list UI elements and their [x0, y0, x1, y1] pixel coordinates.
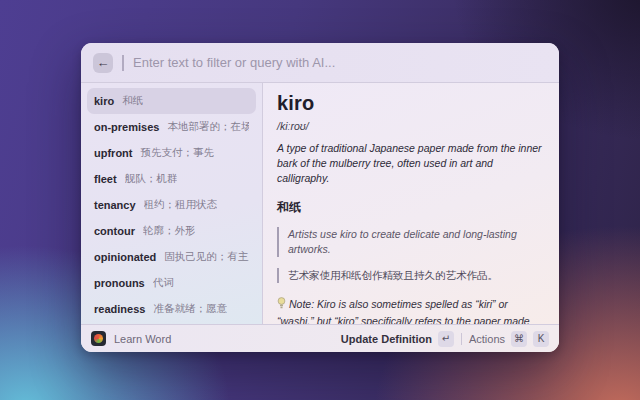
- footer-separator: [461, 333, 462, 345]
- example-sentence-zh: 艺术家使用和纸创作精致且持久的艺术作品。: [277, 268, 545, 283]
- list-item-translation: 预先支付；事先: [140, 146, 214, 160]
- translation-heading: 和纸: [277, 199, 545, 216]
- list-item[interactable]: contour 轮廓；外形: [87, 218, 256, 244]
- list-item-translation: 准备就绪；愿意: [153, 302, 227, 316]
- definition-text: A type of traditional Japanese paper mad…: [277, 141, 545, 187]
- back-arrow-icon: ←: [97, 55, 110, 70]
- list-item[interactable]: readiness 准备就绪；愿意: [87, 296, 256, 322]
- command-key-icon: ⌘: [511, 331, 527, 347]
- footer-actions: Update Definition ↵ Actions ⌘ K: [341, 331, 549, 347]
- word-title: kiro: [277, 92, 545, 115]
- desktop-wallpaper: ← kiro 和纸 on-premises 本地部署的；在场所内的 upfron…: [0, 0, 640, 400]
- list-item[interactable]: pronouns 代词: [87, 270, 256, 296]
- action-bar: Learn Word Update Definition ↵ Actions ⌘…: [81, 324, 559, 352]
- back-button[interactable]: ←: [93, 53, 113, 73]
- main-content: kiro 和纸 on-premises 本地部署的；在场所内的 upfront …: [81, 83, 559, 324]
- list-item-word: tenancy: [94, 199, 136, 211]
- example-sentence-en: Artists use kiro to create delicate and …: [277, 227, 545, 257]
- list-item-word: contour: [94, 225, 135, 237]
- footer-app: Learn Word: [91, 331, 171, 346]
- word-list: kiro 和纸 on-premises 本地部署的；在场所内的 upfront …: [81, 83, 263, 324]
- list-item-word: readiness: [94, 303, 145, 315]
- list-item-translation: 轮廓；外形: [143, 224, 196, 238]
- learn-word-window: ← kiro 和纸 on-premises 本地部署的；在场所内的 upfron…: [81, 43, 559, 352]
- list-item-word: on-premises: [94, 121, 159, 133]
- list-item-translation: 舰队；机群: [125, 172, 178, 186]
- definition-panel: kiro /kiːroʊ/ A type of traditional Japa…: [263, 83, 559, 324]
- list-item-word: upfront: [94, 147, 132, 159]
- search-input[interactable]: [133, 55, 547, 70]
- list-item[interactable]: on-premises 本地部署的；在场所内的: [87, 114, 256, 140]
- list-item-translation: 本地部署的；在场所内的: [167, 120, 249, 134]
- update-definition-button[interactable]: Update Definition ↵: [341, 331, 454, 347]
- lightbulb-icon: [277, 297, 286, 314]
- pronunciation: /kiːroʊ/: [277, 120, 545, 132]
- text-caret: [122, 55, 124, 71]
- note-text: Note: Kiro is also sometimes spelled as …: [277, 297, 545, 324]
- actions-label: Actions: [469, 333, 505, 345]
- list-item-translation: 租约；租用状态: [144, 198, 218, 212]
- list-item-translation: 固执己见的；有主见的: [164, 250, 249, 264]
- list-item-word: pronouns: [94, 277, 145, 289]
- learn-word-app-icon: [91, 331, 106, 346]
- note-label: Note: Kiro is also sometimes spelled as …: [277, 298, 530, 324]
- list-item-translation: 和纸: [122, 94, 143, 108]
- list-item[interactable]: opinionated 固执己见的；有主见的: [87, 244, 256, 270]
- update-definition-label: Update Definition: [341, 333, 432, 345]
- list-item-translation: 代词: [153, 276, 174, 290]
- actions-button[interactable]: Actions ⌘ K: [469, 331, 549, 347]
- list-item-word: kiro: [94, 95, 114, 107]
- app-name-label: Learn Word: [114, 333, 171, 345]
- list-item-word: fleet: [94, 173, 117, 185]
- search-bar: ←: [81, 43, 559, 83]
- list-item[interactable]: fleet 舰队；机群: [87, 166, 256, 192]
- list-item-word: opinionated: [94, 251, 156, 263]
- k-key-icon: K: [533, 331, 549, 347]
- list-item[interactable]: tenancy 租约；租用状态: [87, 192, 256, 218]
- return-key-icon: ↵: [438, 331, 454, 347]
- list-item[interactable]: upfront 预先支付；事先: [87, 140, 256, 166]
- list-item[interactable]: kiro 和纸: [87, 88, 256, 114]
